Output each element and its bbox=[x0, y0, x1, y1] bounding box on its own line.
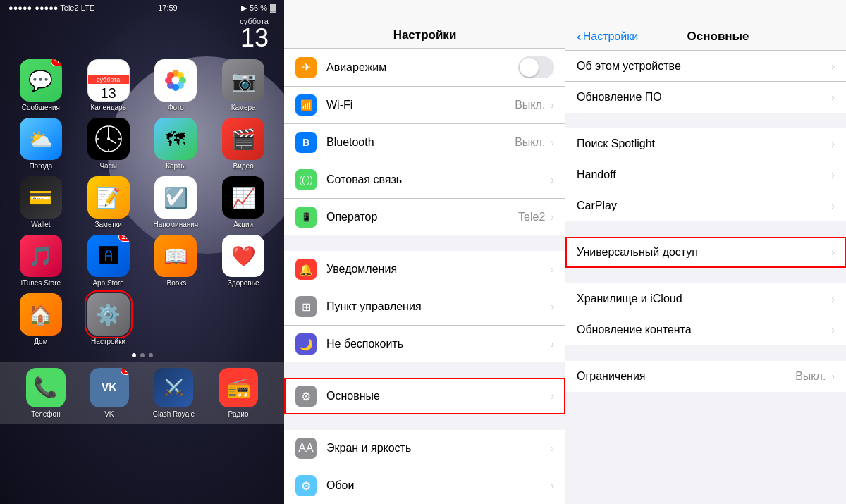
section-gap-3 bbox=[284, 414, 565, 430]
app-maps[interactable]: 🗺 Карты bbox=[145, 118, 207, 171]
general-gap-2 bbox=[565, 221, 846, 237]
row-icon-cellular: ((·)) bbox=[295, 169, 317, 190]
app-icon-video: 🎬 bbox=[222, 118, 264, 160]
app-camera[interactable]: 📷 Камера bbox=[212, 59, 274, 112]
dock-vk[interactable]: VK 1 VK bbox=[90, 368, 129, 419]
settings-row-general[interactable]: ⚙ Основные › bbox=[284, 378, 565, 414]
general-row-accessibility[interactable]: Универсальный доступ › bbox=[565, 237, 846, 268]
row-icon-general: ⚙ bbox=[295, 386, 317, 407]
row-icon-wallpaper: ⚙ bbox=[295, 475, 317, 496]
dot-1 bbox=[132, 353, 136, 357]
dock-phone[interactable]: 📞 Телефон bbox=[26, 368, 66, 419]
settings-row-dnd[interactable]: 🌙 Не беспокоить › bbox=[284, 326, 565, 362]
general-row-about[interactable]: Об этом устройстве › bbox=[565, 51, 846, 82]
battery-icon: ▓ bbox=[270, 4, 276, 12]
day-name: суббота bbox=[240, 17, 269, 25]
app-video[interactable]: 🎬 Видео bbox=[212, 118, 274, 171]
settings-row-wifi[interactable]: 📶 Wi-Fi Выкл. › bbox=[284, 87, 565, 124]
app-badge-appstore: 27 bbox=[118, 235, 130, 242]
app-label-camera: Камера bbox=[231, 104, 256, 112]
app-itunes[interactable]: 🎵 iTunes Store bbox=[10, 235, 72, 288]
dock-icon-phone: 📞 bbox=[26, 368, 66, 407]
dock-icon-vk: VK 1 bbox=[90, 368, 129, 407]
app-photos[interactable]: Фото bbox=[145, 59, 207, 112]
section-gap-2 bbox=[284, 362, 565, 378]
app-stocks[interactable]: 📈 Акции bbox=[212, 176, 274, 229]
settings-row-control[interactable]: ⊞ Пункт управления › bbox=[284, 288, 565, 326]
nav-back-button[interactable]: ‹ Настройки bbox=[577, 28, 638, 44]
settings-row-display[interactable]: AA Экран и яркость › bbox=[284, 430, 565, 467]
settings-row-bluetooth[interactable]: B Bluetooth Выкл. › bbox=[284, 124, 565, 161]
airplane-toggle[interactable] bbox=[518, 56, 554, 78]
back-chevron-icon: ‹ bbox=[577, 28, 582, 44]
general-row-storage[interactable]: Хранилище и iCloud › bbox=[565, 283, 846, 314]
row-label-dnd: Не беспокоить bbox=[326, 338, 551, 350]
settings-row-notifications[interactable]: 🔔 Уведомления › bbox=[284, 251, 565, 288]
row-value-wifi: Выкл. bbox=[515, 99, 545, 111]
chevron-notifications: › bbox=[551, 264, 554, 275]
dock-radio[interactable]: 📻 Радио bbox=[219, 368, 258, 419]
settings-row-wallpaper[interactable]: ⚙ Обои › bbox=[284, 467, 565, 504]
app-notes[interactable]: 📝 Заметки bbox=[78, 176, 140, 229]
general-section-info: Об этом устройстве › Обновление ПО › bbox=[565, 51, 846, 113]
day-number: 13 bbox=[240, 25, 269, 51]
row-icon-airplane: ✈ bbox=[295, 57, 317, 78]
row-label-update: Обновление ПО bbox=[577, 91, 831, 104]
row-label-cellular: Сотовая связь bbox=[326, 173, 551, 186]
app-settings[interactable]: ⚙️ Настройки bbox=[78, 293, 140, 346]
row-value-bluetooth: Выкл. bbox=[515, 136, 545, 149]
row-icon-bluetooth: B bbox=[295, 132, 317, 153]
app-label-settings: Настройки bbox=[91, 338, 125, 346]
dock-label-radio: Радио bbox=[228, 410, 249, 419]
app-label-maps: Карты bbox=[166, 162, 186, 171]
app-label-messages: Сообщения bbox=[22, 104, 60, 112]
chevron-spotlight: › bbox=[831, 138, 835, 149]
general-section-storage: Хранилище и iCloud › Обновление контента… bbox=[565, 283, 846, 345]
app-clock[interactable]: Часы bbox=[78, 118, 140, 171]
row-label-control: Пункт управления bbox=[326, 300, 551, 313]
app-home[interactable]: 🏠 Дом bbox=[10, 293, 72, 346]
app-label-clock: Часы bbox=[99, 162, 116, 171]
toggle-knob bbox=[520, 58, 539, 77]
settings-row-airplane[interactable]: ✈ Авиарежим bbox=[284, 49, 565, 87]
phone-status-bar: ●●●●● ●●●●● Tele2 LTE 17:59 ▶ 56 % ▓ bbox=[0, 0, 284, 16]
app-label-ibooks: iBooks bbox=[165, 279, 186, 288]
row-label-general: Основные bbox=[326, 390, 551, 402]
app-appstore[interactable]: 🅰 27 App Store bbox=[78, 235, 140, 288]
battery-percent: 56 % bbox=[250, 4, 267, 12]
app-wallet[interactable]: 💳 Wallet bbox=[10, 176, 72, 229]
app-grid: 💬 18 Сообщения суббота 13 Календарь bbox=[0, 55, 284, 350]
page-dots bbox=[0, 350, 284, 362]
general-row-bgrefresh[interactable]: Обновление контента › bbox=[565, 314, 846, 345]
general-row-carplay[interactable]: CarPlay › bbox=[565, 190, 846, 221]
chevron-dnd: › bbox=[551, 338, 554, 350]
dock-icon-radio: 📻 bbox=[219, 368, 258, 407]
general-gap-4 bbox=[565, 345, 846, 361]
app-health[interactable]: ❤️ Здоровье bbox=[212, 235, 274, 288]
app-messages[interactable]: 💬 18 Сообщения bbox=[10, 59, 72, 112]
app-reminders[interactable]: ☑️ Напоминания bbox=[145, 176, 207, 229]
row-label-storage: Хранилище и iCloud bbox=[577, 293, 831, 305]
general-row-handoff[interactable]: Handoff › bbox=[565, 159, 846, 190]
row-label-wifi: Wi-Fi bbox=[326, 99, 515, 111]
app-label-health: Здоровье bbox=[228, 279, 259, 288]
app-label-appstore: App Store bbox=[92, 279, 123, 288]
carrier-label: ●●●●● Tele2 LTE bbox=[35, 4, 94, 12]
settings-row-carrier[interactable]: 📱 Оператор Tele2 › bbox=[284, 199, 565, 235]
general-row-restrictions[interactable]: Ограничения Выкл. › bbox=[565, 361, 846, 392]
app-weather[interactable]: ⛅ Погода bbox=[10, 118, 72, 171]
status-time: 17:59 bbox=[158, 4, 178, 12]
general-row-update[interactable]: Обновление ПО › bbox=[565, 82, 846, 113]
general-list: Об этом устройстве › Обновление ПО › Пои… bbox=[565, 51, 846, 504]
dock-label-clash: Clash Royale bbox=[153, 410, 195, 419]
chevron-carrier: › bbox=[551, 211, 554, 223]
chevron-cellular: › bbox=[551, 174, 554, 185]
chevron-about: › bbox=[831, 61, 835, 72]
app-calendar[interactable]: суббота 13 Календарь bbox=[78, 59, 140, 112]
dock-clash[interactable]: ⚔️ Clash Royale bbox=[153, 368, 195, 419]
app-icon-clock bbox=[87, 118, 130, 160]
app-ibooks[interactable]: 📖 iBooks bbox=[145, 235, 207, 288]
settings-row-cellular[interactable]: ((·)) Сотовая связь › bbox=[284, 161, 565, 199]
app-icon-health: ❤️ bbox=[222, 235, 264, 277]
general-row-spotlight[interactable]: Поиск Spotlight › bbox=[565, 128, 846, 159]
